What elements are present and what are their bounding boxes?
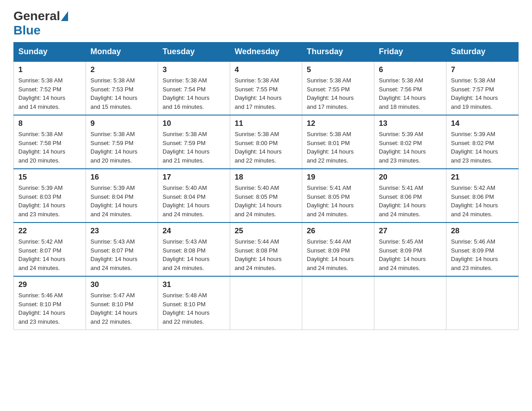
calendar-cell: 24 Sunrise: 5:43 AM Sunset: 8:08 PM Dayl… [158, 223, 230, 276]
day-number: 7 [451, 65, 514, 74]
weekday-header-thursday: Thursday [302, 43, 374, 62]
calendar-table: SundayMondayTuesdayWednesdayThursdayFrid… [13, 42, 519, 330]
logo-blue-text: Blue [13, 23, 41, 37]
logo: General Blue [13, 9, 69, 38]
calendar-cell: 5 Sunrise: 5:38 AM Sunset: 7:55 PM Dayli… [302, 61, 374, 115]
day-number: 23 [90, 227, 153, 235]
calendar-cell: 21 Sunrise: 5:42 AM Sunset: 8:06 PM Dayl… [446, 169, 519, 223]
day-number: 28 [451, 227, 514, 235]
day-info: Sunrise: 5:38 AM Sunset: 7:55 PM Dayligh… [235, 76, 297, 111]
weekday-header-sunday: Sunday [14, 43, 86, 62]
day-info: Sunrise: 5:46 AM Sunset: 8:09 PM Dayligh… [451, 237, 514, 272]
day-info: Sunrise: 5:38 AM Sunset: 8:00 PM Dayligh… [235, 130, 297, 165]
calendar-cell: 29 Sunrise: 5:46 AM Sunset: 8:10 PM Dayl… [14, 276, 86, 330]
calendar-cell: 19 Sunrise: 5:41 AM Sunset: 8:05 PM Dayl… [302, 169, 374, 223]
day-info: Sunrise: 5:41 AM Sunset: 8:06 PM Dayligh… [379, 184, 442, 218]
calendar-cell: 9 Sunrise: 5:38 AM Sunset: 7:59 PM Dayli… [86, 115, 158, 169]
calendar-cell: 10 Sunrise: 5:38 AM Sunset: 7:59 PM Dayl… [158, 115, 230, 169]
day-number: 3 [163, 65, 225, 74]
day-number: 16 [90, 173, 153, 182]
day-info: Sunrise: 5:38 AM Sunset: 7:55 PM Dayligh… [307, 76, 369, 111]
day-number: 13 [379, 119, 442, 128]
day-info: Sunrise: 5:39 AM Sunset: 8:02 PM Dayligh… [451, 130, 514, 165]
day-info: Sunrise: 5:40 AM Sunset: 8:05 PM Dayligh… [235, 184, 297, 218]
day-info: Sunrise: 5:43 AM Sunset: 8:08 PM Dayligh… [163, 237, 225, 272]
calendar-cell: 2 Sunrise: 5:38 AM Sunset: 7:53 PM Dayli… [86, 61, 158, 115]
day-info: Sunrise: 5:38 AM Sunset: 7:52 PM Dayligh… [18, 76, 81, 111]
day-number: 20 [379, 173, 442, 182]
logo-triangle-icon [61, 11, 68, 21]
day-info: Sunrise: 5:46 AM Sunset: 8:10 PM Dayligh… [18, 291, 81, 326]
week-row-4: 22 Sunrise: 5:42 AM Sunset: 8:07 PM Dayl… [14, 223, 519, 276]
day-number: 11 [235, 119, 297, 128]
day-number: 27 [379, 227, 442, 235]
day-info: Sunrise: 5:44 AM Sunset: 8:08 PM Dayligh… [235, 237, 297, 272]
calendar-cell [446, 276, 519, 330]
day-number: 15 [18, 173, 81, 182]
day-number: 19 [307, 173, 369, 182]
day-info: Sunrise: 5:42 AM Sunset: 8:07 PM Dayligh… [18, 237, 81, 272]
week-row-2: 8 Sunrise: 5:38 AM Sunset: 7:58 PM Dayli… [14, 115, 519, 169]
calendar-cell: 25 Sunrise: 5:44 AM Sunset: 8:08 PM Dayl… [230, 223, 302, 276]
calendar-cell: 13 Sunrise: 5:39 AM Sunset: 8:02 PM Dayl… [374, 115, 446, 169]
day-number: 8 [18, 119, 81, 128]
calendar-cell: 31 Sunrise: 5:48 AM Sunset: 8:10 PM Dayl… [158, 276, 230, 330]
calendar-cell: 12 Sunrise: 5:38 AM Sunset: 8:01 PM Dayl… [302, 115, 374, 169]
day-info: Sunrise: 5:42 AM Sunset: 8:06 PM Dayligh… [451, 184, 514, 218]
day-info: Sunrise: 5:38 AM Sunset: 7:59 PM Dayligh… [90, 130, 153, 165]
weekday-header-row: SundayMondayTuesdayWednesdayThursdayFrid… [14, 43, 519, 62]
calendar-cell: 15 Sunrise: 5:39 AM Sunset: 8:03 PM Dayl… [14, 169, 86, 223]
day-number: 31 [163, 280, 225, 289]
page-header: General Blue [13, 9, 519, 38]
week-row-3: 15 Sunrise: 5:39 AM Sunset: 8:03 PM Dayl… [14, 169, 519, 223]
day-info: Sunrise: 5:47 AM Sunset: 8:10 PM Dayligh… [90, 291, 153, 326]
day-info: Sunrise: 5:39 AM Sunset: 8:02 PM Dayligh… [379, 130, 442, 165]
calendar-cell: 7 Sunrise: 5:38 AM Sunset: 7:57 PM Dayli… [446, 61, 519, 115]
calendar-cell [230, 276, 302, 330]
calendar-cell [302, 276, 374, 330]
calendar-cell: 6 Sunrise: 5:38 AM Sunset: 7:56 PM Dayli… [374, 61, 446, 115]
weekday-header-friday: Friday [374, 43, 446, 62]
calendar-cell: 27 Sunrise: 5:45 AM Sunset: 8:09 PM Dayl… [374, 223, 446, 276]
day-number: 17 [163, 173, 225, 182]
day-info: Sunrise: 5:38 AM Sunset: 7:57 PM Dayligh… [451, 76, 514, 111]
day-number: 30 [90, 280, 153, 289]
day-info: Sunrise: 5:39 AM Sunset: 8:03 PM Dayligh… [18, 184, 81, 218]
day-info: Sunrise: 5:38 AM Sunset: 8:01 PM Dayligh… [307, 130, 369, 165]
calendar-cell: 30 Sunrise: 5:47 AM Sunset: 8:10 PM Dayl… [86, 276, 158, 330]
calendar-cell: 8 Sunrise: 5:38 AM Sunset: 7:58 PM Dayli… [14, 115, 86, 169]
weekday-header-saturday: Saturday [446, 43, 519, 62]
weekday-header-tuesday: Tuesday [158, 43, 230, 62]
calendar-cell: 16 Sunrise: 5:39 AM Sunset: 8:04 PM Dayl… [86, 169, 158, 223]
day-number: 21 [451, 173, 514, 182]
day-number: 29 [18, 280, 81, 289]
weekday-header-monday: Monday [86, 43, 158, 62]
calendar-cell: 17 Sunrise: 5:40 AM Sunset: 8:04 PM Dayl… [158, 169, 230, 223]
day-number: 22 [18, 227, 81, 235]
day-info: Sunrise: 5:41 AM Sunset: 8:05 PM Dayligh… [307, 184, 369, 218]
week-row-1: 1 Sunrise: 5:38 AM Sunset: 7:52 PM Dayli… [14, 61, 519, 115]
day-info: Sunrise: 5:38 AM Sunset: 7:59 PM Dayligh… [163, 130, 225, 165]
day-number: 14 [451, 119, 514, 128]
calendar-cell: 14 Sunrise: 5:39 AM Sunset: 8:02 PM Dayl… [446, 115, 519, 169]
day-info: Sunrise: 5:38 AM Sunset: 7:58 PM Dayligh… [18, 130, 81, 165]
day-number: 5 [307, 65, 369, 74]
day-info: Sunrise: 5:38 AM Sunset: 7:56 PM Dayligh… [379, 76, 442, 111]
day-number: 18 [235, 173, 297, 182]
calendar-cell: 1 Sunrise: 5:38 AM Sunset: 7:52 PM Dayli… [14, 61, 86, 115]
calendar-cell: 26 Sunrise: 5:44 AM Sunset: 8:09 PM Dayl… [302, 223, 374, 276]
calendar-cell [374, 276, 446, 330]
weekday-header-wednesday: Wednesday [230, 43, 302, 62]
calendar-cell: 28 Sunrise: 5:46 AM Sunset: 8:09 PM Dayl… [446, 223, 519, 276]
day-info: Sunrise: 5:43 AM Sunset: 8:07 PM Dayligh… [90, 237, 153, 272]
day-number: 1 [18, 65, 81, 74]
day-info: Sunrise: 5:44 AM Sunset: 8:09 PM Dayligh… [307, 237, 369, 272]
day-info: Sunrise: 5:39 AM Sunset: 8:04 PM Dayligh… [90, 184, 153, 218]
day-number: 4 [235, 65, 297, 74]
day-number: 6 [379, 65, 442, 74]
day-info: Sunrise: 5:48 AM Sunset: 8:10 PM Dayligh… [163, 291, 225, 326]
calendar-cell: 23 Sunrise: 5:43 AM Sunset: 8:07 PM Dayl… [86, 223, 158, 276]
day-number: 2 [90, 65, 153, 74]
day-number: 9 [90, 119, 153, 128]
calendar-cell: 22 Sunrise: 5:42 AM Sunset: 8:07 PM Dayl… [14, 223, 86, 276]
